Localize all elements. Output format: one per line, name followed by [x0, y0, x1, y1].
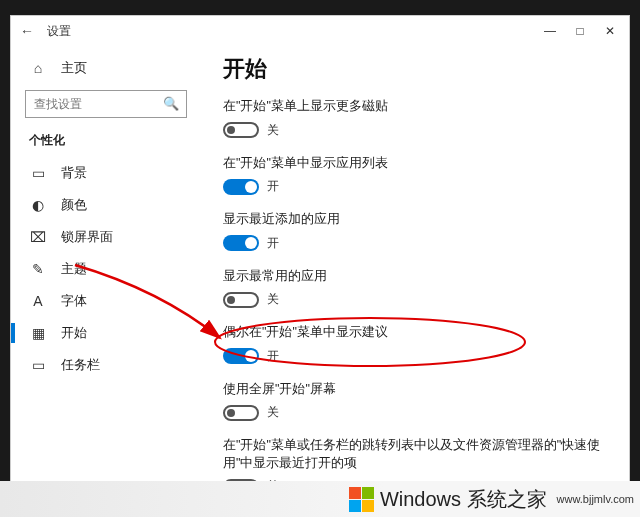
main-panel: 开始 在"开始"菜单上显示更多磁贴 关 在"开始"菜单中显示应用列表 开 显示最… [201, 46, 629, 496]
option-label: 显示最常用的应用 [223, 268, 607, 286]
lockscreen-icon: ⌧ [29, 229, 47, 245]
option-most-used: 显示最常用的应用 关 [223, 268, 607, 309]
sidebar-item-start[interactable]: ▦ 开始 [11, 317, 201, 349]
sidebar-item-taskbar[interactable]: ▭ 任务栏 [11, 349, 201, 381]
taskbar-icon: ▭ [29, 357, 47, 373]
sidebar-home[interactable]: ⌂ 主页 [11, 52, 201, 84]
option-recently-added: 显示最近添加的应用 开 [223, 211, 607, 252]
maximize-button[interactable]: □ [565, 24, 595, 38]
option-fullscreen-start: 使用全屏"开始"屏幕 关 [223, 381, 607, 422]
picture-icon: ▭ [29, 165, 47, 181]
sidebar-item-lockscreen[interactable]: ⌧ 锁屏界面 [11, 221, 201, 253]
search-icon: 🔍 [163, 96, 179, 111]
toggle-state: 关 [267, 291, 279, 308]
toggle-app-list[interactable] [223, 179, 259, 195]
option-label: 在"开始"菜单中显示应用列表 [223, 155, 607, 173]
option-more-tiles: 在"开始"菜单上显示更多磁贴 关 [223, 98, 607, 139]
windows-logo-icon [349, 487, 374, 512]
sidebar-item-fonts[interactable]: A 字体 [11, 285, 201, 317]
sidebar-home-label: 主页 [61, 60, 87, 77]
watermark-sub: www.bjjmlv.com [557, 493, 634, 505]
sidebar-item-label: 背景 [61, 165, 87, 182]
page-heading: 开始 [223, 54, 607, 84]
option-label: 在"开始"菜单或任务栏的跳转列表中以及文件资源管理器的"快速使用"中显示最近打开… [223, 437, 607, 472]
sidebar: ⌂ 主页 🔍 个性化 ▭ 背景 ◐ 颜色 ⌧ 锁屏界面 ✎ 主题 [11, 46, 201, 496]
toggle-state: 开 [267, 348, 279, 365]
option-label: 偶尔在"开始"菜单中显示建议 [223, 324, 607, 342]
watermark-text: Windows 系统之家 [380, 486, 547, 513]
sidebar-section-label: 个性化 [11, 128, 201, 157]
option-suggestions: 偶尔在"开始"菜单中显示建议 开 [223, 324, 607, 365]
sidebar-item-label: 字体 [61, 293, 87, 310]
sidebar-item-label: 主题 [61, 261, 87, 278]
sidebar-item-label: 锁屏界面 [61, 229, 113, 246]
back-button[interactable]: ← [15, 23, 39, 39]
toggle-state: 开 [267, 178, 279, 195]
home-icon: ⌂ [29, 60, 47, 76]
toggle-state: 关 [267, 122, 279, 139]
sidebar-item-label: 颜色 [61, 197, 87, 214]
toggle-fullscreen-start[interactable] [223, 405, 259, 421]
close-button[interactable]: ✕ [595, 24, 625, 38]
option-app-list: 在"开始"菜单中显示应用列表 开 [223, 155, 607, 196]
toggle-state: 开 [267, 235, 279, 252]
sidebar-item-label: 任务栏 [61, 357, 100, 374]
start-icon: ▦ [29, 325, 47, 341]
sidebar-item-colors[interactable]: ◐ 颜色 [11, 189, 201, 221]
font-icon: A [29, 293, 47, 309]
sidebar-item-themes[interactable]: ✎ 主题 [11, 253, 201, 285]
window-title: 设置 [47, 23, 71, 40]
sidebar-item-background[interactable]: ▭ 背景 [11, 157, 201, 189]
toggle-more-tiles[interactable] [223, 122, 259, 138]
toggle-most-used[interactable] [223, 292, 259, 308]
search-wrap: 🔍 [25, 90, 187, 118]
sidebar-item-label: 开始 [61, 325, 87, 342]
titlebar: ← 设置 — □ ✕ [11, 16, 629, 46]
settings-window: ← 设置 — □ ✕ ⌂ 主页 🔍 个性化 ▭ 背景 ◐ 颜色 [10, 15, 630, 497]
watermark-bar: Windows 系统之家 www.bjjmlv.com [0, 481, 640, 517]
option-label: 显示最近添加的应用 [223, 211, 607, 229]
toggle-recently-added[interactable] [223, 235, 259, 251]
palette-icon: ◐ [29, 197, 47, 213]
toggle-state: 关 [267, 404, 279, 421]
theme-icon: ✎ [29, 261, 47, 277]
toggle-suggestions[interactable] [223, 348, 259, 364]
option-label: 在"开始"菜单上显示更多磁贴 [223, 98, 607, 116]
option-label: 使用全屏"开始"屏幕 [223, 381, 607, 399]
minimize-button[interactable]: — [535, 24, 565, 38]
